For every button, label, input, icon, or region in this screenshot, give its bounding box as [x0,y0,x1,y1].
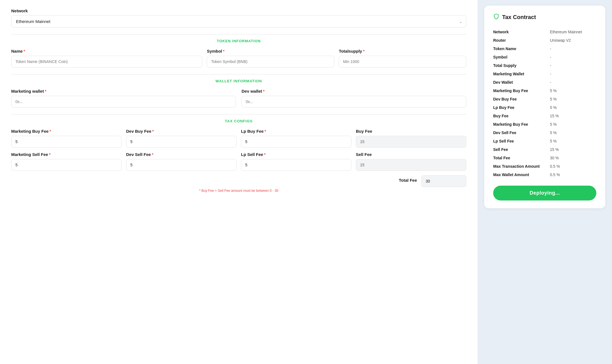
marketing-buy-fee-input[interactable] [11,136,122,148]
marketing-sell-fee-required-marker: * [49,152,51,157]
row-label: Marketing Wallet [493,70,550,78]
wallet-section-divider [11,74,466,74]
marketing-wallet-field-group: Marketing wallet* [11,89,236,108]
dev-buy-fee-field-group: Dev Buy Fee* [126,129,237,148]
wallet-section-label: WALLET INFORMATION [11,79,466,83]
row-label: Max Transaction Amount [493,162,550,171]
name-label: Name* [11,49,202,53]
sell-fee-input [356,159,466,171]
name-required-marker: * [24,49,25,53]
lp-buy-fee-input[interactable] [241,136,351,148]
table-row: Dev Wallet - [493,78,596,87]
contract-card: Tax Contract Network Ethereum Mainnet Ro… [484,6,605,208]
tax-row-1: Marketing Buy Fee* Dev Buy Fee* Lp Buy F… [11,129,466,148]
token-section-divider [11,34,466,34]
marketing-buy-fee-label: Marketing Buy Fee* [11,129,122,134]
marketing-wallet-label: Marketing wallet* [11,89,236,94]
row-label: Network [493,28,550,36]
row-value: 5 % [550,87,596,95]
row-value: Ethereum Mainnet [550,28,596,36]
row-value: 0.5 % [550,162,596,171]
name-field-group: Name* [11,49,202,67]
symbol-field-group: Symbol* [207,49,334,67]
total-fee-label: Total Fee [399,178,417,183]
totalsupply-input[interactable] [339,56,466,67]
info-table: Network Ethereum Mainnet Router Uniswap … [493,28,596,179]
marketing-sell-fee-input[interactable] [11,159,122,171]
row-value: 30 % [550,154,596,162]
dev-buy-fee-input[interactable] [126,136,237,148]
dev-buy-fee-required-marker: * [152,129,154,134]
lp-sell-fee-field-group: Lp Sell Fee* [241,152,351,171]
table-row: Marketing Buy Fee 5 % [493,87,596,95]
contract-card-title: Tax Contract [502,14,536,20]
token-info-row: Name* Symbol* Totalsupply* [11,49,466,67]
table-row: Token Name - [493,45,596,53]
tax-section-label: TAX CONFIGS [11,119,466,123]
name-input[interactable] [11,56,202,67]
table-row: Sell Fee 15 % [493,145,596,154]
symbol-required-marker: * [223,49,224,53]
row-value: 15 % [550,145,596,154]
dev-wallet-field-group: Dev wallet* [242,89,466,108]
table-row: Buy Fee 15 % [493,112,596,120]
dev-sell-fee-label: Dev Sell Fee* [126,152,237,157]
table-row: Dev Sell Fee 5 % [493,129,596,137]
network-section: Network Ethereum Mainnet BSC Mainnet Pol… [11,8,466,27]
row-label: Dev Wallet [493,78,550,87]
row-value: 5 % [550,95,596,103]
buy-fee-input [356,136,466,148]
row-label: Max Wallet Amount [493,171,550,179]
table-row: Dev Buy Fee 5 % [493,95,596,103]
buy-fee-label: Buy Fee [356,129,466,134]
lp-sell-fee-label: Lp Sell Fee* [241,152,351,157]
marketing-buy-fee-field-group: Marketing Buy Fee* [11,129,122,148]
table-row: Lp Buy Fee 5 % [493,103,596,112]
row-value: 5 % [550,103,596,112]
row-label: Lp Buy Fee [493,103,550,112]
tax-section-divider [11,114,466,115]
table-row: Max Transaction Amount 0.5 % [493,162,596,171]
row-label: Symbol [493,53,550,61]
row-value: - [550,53,596,61]
row-label: Total Supply [493,61,550,70]
shield-icon [493,13,499,21]
total-fee-input [421,175,466,187]
network-select-wrapper: Ethereum Mainnet BSC Mainnet Polygon Ava… [11,15,466,27]
left-panel: Network Ethereum Mainnet BSC Mainnet Pol… [0,0,477,364]
dev-wallet-required-marker: * [263,89,265,94]
table-row: Network Ethereum Mainnet [493,28,596,36]
row-label: Buy Fee [493,112,550,120]
symbol-input[interactable] [207,56,334,67]
dev-sell-fee-input[interactable] [126,159,237,171]
sell-fee-label: Sell Fee [356,152,466,157]
row-value: 0.5 % [550,171,596,179]
token-section-label: TOKEN INFORMATION [11,39,466,43]
marketing-sell-fee-label: Marketing Sell Fee* [11,152,122,157]
marketing-sell-fee-field-group: Marketing Sell Fee* [11,152,122,171]
table-row: Marketing Wallet - [493,70,596,78]
lp-sell-fee-input[interactable] [241,159,351,171]
row-label: Lp Sell Fee [493,137,550,145]
row-value: - [550,45,596,53]
dev-sell-fee-required-marker: * [152,152,153,157]
table-row: Total Fee 30 % [493,154,596,162]
row-label: Marketing Buy Fee [493,87,550,95]
sell-fee-field-group: Sell Fee [356,152,466,171]
dev-wallet-label: Dev wallet* [242,89,466,94]
row-label: Dev Buy Fee [493,95,550,103]
dev-wallet-input[interactable] [242,96,466,108]
network-select[interactable]: Ethereum Mainnet BSC Mainnet Polygon Ava… [11,15,466,27]
row-value: - [550,61,596,70]
table-row: Total Supply - [493,61,596,70]
marketing-wallet-input[interactable] [11,96,236,108]
deploying-button[interactable]: Deploying... [493,186,596,200]
row-label: Router [493,36,550,45]
marketing-buy-fee-required-marker: * [49,129,51,134]
row-value: - [550,78,596,87]
dev-buy-fee-label: Dev Buy Fee* [126,129,237,134]
dev-sell-fee-field-group: Dev Sell Fee* [126,152,237,171]
total-fee-row: Total Fee [11,175,466,187]
totalsupply-label: Totalsupply* [339,49,466,53]
row-value: 5 % [550,137,596,145]
